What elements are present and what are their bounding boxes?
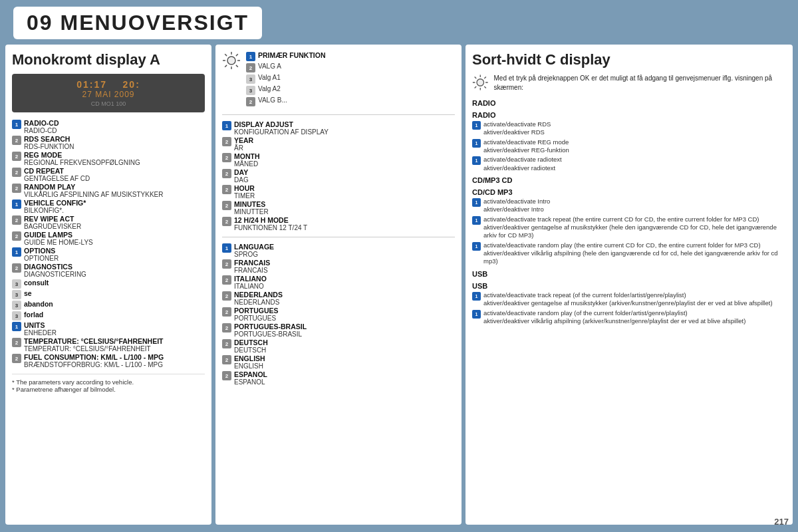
svg-line-15 bbox=[484, 86, 486, 88]
menu-badge: 2 bbox=[12, 152, 21, 161]
list-item: 2MONTHMÅNED bbox=[222, 152, 455, 168]
right-item: 1activate/deactivate radiotextaktiver/de… bbox=[472, 156, 786, 172]
list-item: 212 H/24 H MODEFUNKTIONEN 12 T/24 T bbox=[222, 216, 455, 231]
svg-line-6 bbox=[236, 65, 238, 67]
menu-badge: 2 bbox=[222, 275, 231, 285]
menu-badge: 2 bbox=[222, 137, 231, 146]
menu-badge: 2 bbox=[12, 168, 21, 177]
menu-badge: 2 bbox=[222, 307, 231, 317]
menu-badge: 2 bbox=[222, 169, 231, 178]
page-title: 09 MENUOVERSIGT bbox=[27, 11, 249, 35]
menu-badge: 2 bbox=[222, 185, 231, 194]
menu-badge: 1 bbox=[12, 200, 21, 209]
menu-text: RDS SEARCHRDS-FUNKTION bbox=[24, 135, 74, 150]
menu-badge: 3 bbox=[12, 301, 21, 310]
display-mockup: 01:17 20: 27 MAI 2009 CD MO1 100 bbox=[12, 74, 205, 112]
menu-text: RADIO-CDRADIO-CD bbox=[24, 119, 59, 134]
main-content: Monokromt display A 01:17 20: 27 MAI 200… bbox=[0, 45, 798, 530]
list-item: 2ESPANOLESPANOL bbox=[222, 370, 455, 386]
menu-badge: 2 bbox=[12, 184, 21, 193]
divider-1 bbox=[222, 114, 455, 115]
left-menu-list: 1RADIO-CDRADIO-CD2RDS SEARCHRDS-FUNKTION… bbox=[12, 119, 205, 368]
radio-title-dk: RADIO bbox=[472, 111, 786, 119]
list-item: 2PORTUGUES-BRASILPORTUGUES-BRASIL bbox=[222, 323, 455, 338]
right-item: 1activate/deactivate track repeat (the e… bbox=[472, 215, 786, 240]
list-item: 1UNITSENHEDER bbox=[12, 321, 205, 336]
center-top: 1PRIMÆR FUNKTION2VALG A3Valg A13Valg A22… bbox=[222, 51, 455, 108]
list-item: 2VALG B... bbox=[246, 96, 455, 106]
right-badge: 1 bbox=[472, 292, 481, 301]
usb-items: 1activate/deactivate track repeat (of th… bbox=[472, 291, 786, 325]
list-item: 1OPTIONSOPTIONER bbox=[12, 247, 205, 262]
right-icon-row: Med et tryk på drejeknappen OK er det mu… bbox=[472, 74, 786, 92]
list-item: 1LANGUAGESPROG bbox=[222, 243, 455, 258]
svg-line-7 bbox=[236, 54, 238, 56]
list-item: 3consult bbox=[12, 279, 205, 289]
right-sun-icon bbox=[472, 74, 489, 91]
center-sections: 1DISPLAY ADJUSTKONFIGURATION AF DISPLAY2… bbox=[222, 120, 455, 386]
menu-badge: 3 bbox=[12, 279, 21, 289]
menu-text: consult bbox=[24, 279, 49, 287]
menu-text: VEHICLE CONFIG*BILKONFIG*. bbox=[24, 199, 86, 214]
list-item: 2DIAGNOSTICSDIAGNOSTICERING bbox=[12, 263, 205, 278]
menu-badge: 2 bbox=[12, 354, 21, 363]
center-panel: 1PRIMÆR FUNKTION2VALG A3Valg A13Valg A22… bbox=[215, 45, 462, 525]
left-panel-title: Monokromt display A bbox=[12, 51, 205, 68]
menu-text: se bbox=[24, 289, 32, 297]
sun-icon bbox=[222, 51, 241, 70]
cd-title-en: CD/MP3 CD bbox=[472, 176, 786, 184]
right-panel: Sort-hvidt C display Med et tryk på drej… bbox=[466, 45, 793, 525]
list-item: 1VEHICLE CONFIG*BILKONFIG*. bbox=[12, 199, 205, 214]
menu-text: UNITSENHEDER bbox=[24, 321, 57, 336]
right-badge: 1 bbox=[472, 310, 481, 319]
svg-line-5 bbox=[225, 54, 227, 56]
right-item: 1activate/deactivate REG modeaktiver/dea… bbox=[472, 138, 786, 155]
menu-text: OPTIONSOPTIONER bbox=[24, 247, 59, 262]
list-item: 2DEUTSCHDEUTSCH bbox=[222, 338, 455, 354]
right-description: Med et tryk på drejeknappen OK er det mu… bbox=[494, 74, 786, 92]
menu-text: FUEL CONSUMPTION: KM/L - L/100 - MPGBRÆN… bbox=[24, 353, 164, 368]
menu-text: RANDOM PLAYVILKÅRLIG AFSPILNING AF MUSIK… bbox=[24, 183, 164, 198]
right-panel-title: Sort-hvidt C display bbox=[472, 51, 786, 68]
menu-badge: 1 bbox=[12, 120, 21, 129]
menu-badge: 3 bbox=[12, 311, 21, 321]
svg-line-16 bbox=[484, 76, 486, 78]
right-badge: 1 bbox=[472, 216, 481, 225]
right-badge: 1 bbox=[472, 198, 481, 207]
right-item: 1activate/deactivate random play (of the… bbox=[472, 309, 786, 326]
list-item: 2VALG A bbox=[246, 63, 455, 72]
svg-line-17 bbox=[475, 86, 477, 88]
center-primary-menu: 1PRIMÆR FUNKTION2VALG A3Valg A13Valg A22… bbox=[246, 51, 455, 108]
list-item: 3Valg A1 bbox=[246, 74, 455, 84]
list-item: 2REV WIPE ACTBAGRUDEVISKER bbox=[12, 215, 205, 230]
right-item: 1activate/deactivate track repeat (of th… bbox=[472, 291, 786, 308]
list-item: 2YEARÅR bbox=[222, 136, 455, 152]
list-item: 2GUIDE LAMPSGUIDE ME HOME-LYS bbox=[12, 231, 205, 246]
right-badge: 1 bbox=[472, 242, 481, 251]
display-time: 01:17 20: bbox=[20, 79, 197, 90]
menu-text: REV WIPE ACTBAGRUDEVISKER bbox=[24, 215, 81, 230]
list-item: 2FRANCAISFRANCAIS bbox=[222, 259, 455, 274]
divider bbox=[222, 237, 455, 237]
right-item: 1activate/deactivate Introaktiver/deakti… bbox=[472, 198, 786, 214]
svg-point-9 bbox=[477, 79, 484, 86]
menu-badge: 2 bbox=[222, 291, 231, 301]
list-item: 2CD REPEATGENTAGELSE AF CD bbox=[12, 167, 205, 182]
menu-badge: 2 bbox=[12, 263, 21, 273]
right-badge: 1 bbox=[472, 139, 481, 148]
menu-text: DIAGNOSTICSDIAGNOSTICERING bbox=[24, 263, 86, 278]
page-number: 217 bbox=[774, 517, 789, 527]
list-item: 2PORTUGUESPORTUGUES bbox=[222, 307, 455, 322]
list-item: 3se bbox=[12, 289, 205, 299]
menu-badge: 2 bbox=[222, 371, 231, 380]
cd-title-dk: CD/CD MP3 bbox=[472, 188, 786, 196]
list-item: 2ITALIANOITALIANO bbox=[222, 275, 455, 290]
menu-badge: 2 bbox=[222, 259, 231, 269]
svg-line-14 bbox=[475, 76, 477, 78]
menu-badge: 1 bbox=[12, 322, 21, 331]
list-item: 2NEDERLANDSNEDERLANDS bbox=[222, 291, 455, 306]
right-item: 1activate/deactivate RDSaktiver/deaktive… bbox=[472, 120, 786, 137]
menu-badge: 2 bbox=[222, 355, 231, 364]
list-item: 2MINUTESMINUTTER bbox=[222, 200, 455, 215]
menu-badge: 2 bbox=[222, 153, 231, 162]
